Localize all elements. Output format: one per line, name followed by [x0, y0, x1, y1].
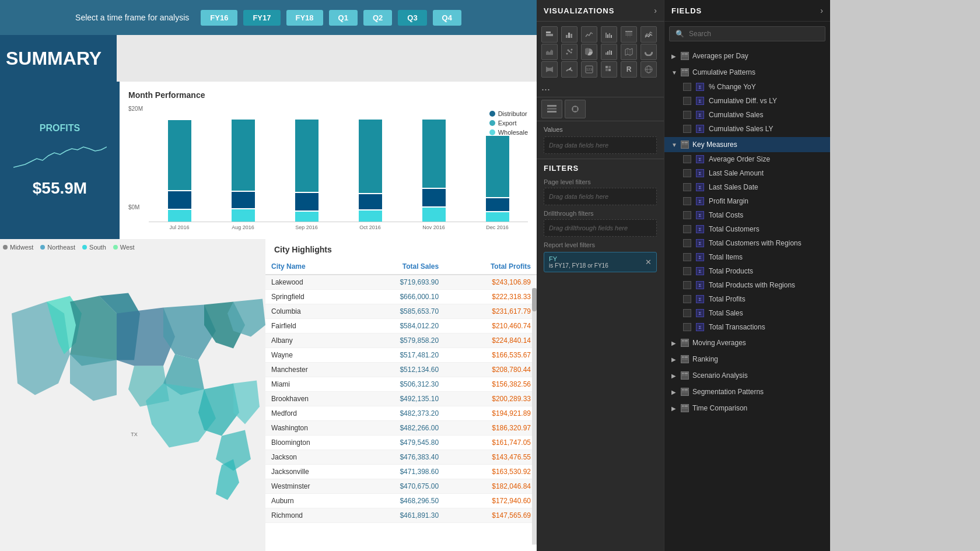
svg-text:Σ: Σ	[699, 127, 702, 132]
field-group-header-5[interactable]: ▶Scenario Analysis	[664, 368, 830, 383]
fy16-button[interactable]: FY16	[201, 10, 237, 26]
legend-midwest: Midwest	[3, 244, 33, 251]
viz-icon-line[interactable]	[581, 26, 597, 43]
search-input[interactable]	[689, 30, 819, 38]
viz-icon-donut[interactable]	[640, 44, 657, 60]
viz-icon-gauge[interactable]	[561, 61, 578, 78]
field-item-checkbox-icon	[683, 323, 691, 331]
city-sales: $512,134.60	[355, 363, 445, 377]
field-item[interactable]: ΣAverage Order Size	[664, 152, 830, 166]
q3-button[interactable]: Q3	[398, 10, 426, 26]
viz-icon-bar[interactable]	[561, 26, 578, 43]
drillthrough-drop[interactable]: Drag drillthrough fields here	[544, 219, 657, 237]
viz-icon-stacked-bar[interactable]	[541, 26, 558, 43]
field-group-header-3[interactable]: ▶Moving Averages	[664, 335, 830, 350]
svg-text:Σ: Σ	[699, 283, 702, 288]
field-item-name: Cumulative Sales	[709, 111, 763, 119]
viz-icon-r-visual[interactable]: R	[621, 61, 637, 78]
viz-icon-multi-line[interactable]	[640, 26, 657, 43]
svg-rect-33	[606, 69, 608, 71]
viz-icon-matrix[interactable]	[601, 61, 617, 78]
field-item[interactable]: ΣTotal Items	[664, 250, 830, 264]
field-item-checkbox-icon	[683, 111, 691, 119]
field-group-chevron-icon: ▼	[671, 142, 677, 148]
fy-filter-chip[interactable]: FY is FY17, FY18 or FY16 ✕	[544, 252, 657, 272]
field-item-checkbox-icon	[683, 211, 691, 219]
values-drop-area[interactable]: Drag data fields here	[544, 136, 657, 154]
field-item[interactable]: ΣCumulative Sales	[664, 108, 830, 122]
fields-expand-icon[interactable]: ›	[820, 6, 823, 15]
field-sigma-icon: Σ	[696, 125, 704, 133]
field-sigma-icon: Σ	[696, 211, 704, 219]
field-item[interactable]: ΣCumulative Diff. vs LY	[664, 94, 830, 108]
field-item[interactable]: ΣCumulative Sales LY	[664, 122, 830, 136]
q2-button[interactable]: Q2	[363, 10, 392, 26]
city-name: Richmond	[265, 508, 355, 523]
viz-format-icon[interactable]	[565, 100, 586, 118]
field-item[interactable]: ΣTotal Sales	[664, 306, 830, 320]
field-item[interactable]: ΣTotal Customers	[664, 222, 830, 236]
field-sigma-icon: Σ	[696, 239, 704, 247]
field-group-header-2[interactable]: ▼Key Measures	[664, 137, 830, 152]
field-item[interactable]: ΣTotal Products	[664, 264, 830, 278]
filter-chip-close-icon[interactable]: ✕	[645, 258, 652, 266]
field-group-header-4[interactable]: ▶Ranking	[664, 352, 830, 367]
fy17-button[interactable]: FY17	[243, 10, 280, 26]
field-group-moving-averages: ▶Moving Averages	[664, 335, 830, 350]
viz-more-icon[interactable]: ···	[537, 82, 664, 97]
fy18-button[interactable]: FY18	[286, 10, 323, 26]
viz-icon-pie[interactable]	[581, 44, 597, 60]
city-sales: $506,312.30	[355, 377, 445, 392]
field-item[interactable]: ΣLast Sales Date	[664, 180, 830, 194]
svg-rect-24	[611, 51, 612, 55]
svg-rect-8	[609, 33, 610, 38]
field-item[interactable]: ΣProfit Margin	[664, 194, 830, 208]
viz-expand-icon[interactable]: ›	[654, 6, 657, 15]
field-group-header-7[interactable]: ▶Time Comparison	[664, 401, 830, 416]
filter-chip-name: FY	[549, 255, 608, 262]
values-label: Values	[544, 126, 657, 133]
viz-icon-card[interactable]: 123	[581, 61, 597, 78]
field-item[interactable]: ΣTotal Transactions	[664, 320, 830, 334]
viz-fields-icon[interactable]	[541, 100, 562, 118]
field-item-checkbox-icon	[683, 225, 691, 233]
viz-icon-grouped-bar[interactable]	[601, 26, 617, 43]
city-sales: $470,675.00	[355, 479, 445, 494]
viz-icon-ribbon[interactable]	[541, 61, 558, 78]
chart-panel: Month Performance $20M $0M	[120, 82, 537, 239]
field-group-header-6[interactable]: ▶Segmentation Patterns	[664, 384, 830, 399]
field-group-table-icon	[681, 52, 689, 60]
q4-button[interactable]: Q4	[433, 10, 461, 26]
svg-rect-42	[682, 53, 688, 55]
field-item[interactable]: ΣLast Sale Amount	[664, 166, 830, 180]
profits-panel: PROFITS $55.9M	[0, 82, 120, 239]
viz-icon-map[interactable]	[621, 44, 637, 60]
city-name: Albany	[265, 334, 355, 348]
svg-point-18	[568, 50, 569, 51]
field-group-header-0[interactable]: ▶Averages per Day	[664, 48, 830, 64]
page-filters-drop[interactable]: Drag data fields here	[544, 188, 657, 205]
fields-search-box[interactable]: 🔍	[669, 26, 825, 41]
field-item[interactable]: ΣTotal Profits	[664, 292, 830, 306]
field-item[interactable]: ΣTotal Costs	[664, 208, 830, 222]
q1-button[interactable]: Q1	[329, 10, 358, 26]
field-sigma-icon: Σ	[696, 253, 704, 261]
viz-icon-area[interactable]	[541, 44, 558, 60]
svg-text:Σ: Σ	[699, 85, 702, 90]
field-item[interactable]: ΣTotal Products with Regions	[664, 278, 830, 292]
city-profits: $200,289.33	[444, 392, 537, 406]
viz-icon-globe[interactable]	[640, 61, 657, 78]
viz-icon-waterfall[interactable]	[601, 44, 617, 60]
table-row: Fairfield $584,012.20 $210,460.74	[265, 319, 537, 334]
field-group-name: Ranking	[692, 355, 718, 363]
field-item[interactable]: Σ% Change YoY	[664, 80, 830, 94]
svg-text:Σ: Σ	[699, 311, 702, 316]
table-scrollbar[interactable]	[532, 288, 537, 545]
viz-icon-scatter[interactable]	[561, 44, 578, 60]
city-name: Columbia	[265, 304, 355, 319]
field-item[interactable]: ΣTotal Customers with Regions	[664, 236, 830, 250]
field-group-header-1[interactable]: ▼Cumulative Patterns	[664, 65, 830, 80]
city-sales: $579,858.20	[355, 334, 445, 348]
field-group-key-measures: ▼Key MeasuresΣAverage Order SizeΣLast Sa…	[664, 137, 830, 334]
viz-icon-table[interactable]	[621, 26, 637, 43]
